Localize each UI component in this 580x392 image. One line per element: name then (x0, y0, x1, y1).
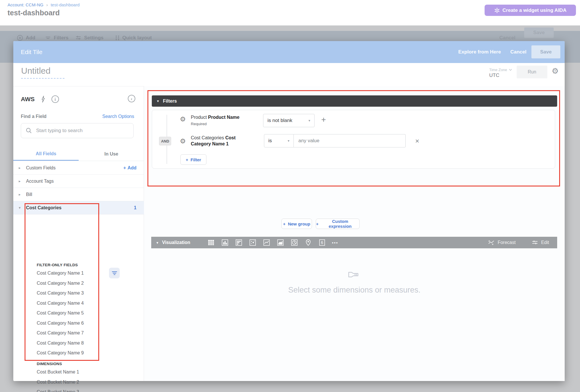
collapse-panel-icon[interactable]: ‹ (128, 95, 135, 102)
add-circle-icon (17, 35, 23, 41)
line-chart-icon[interactable] (263, 239, 270, 247)
create-widget-aida-button[interactable]: Create a widget using AIDA (485, 5, 576, 16)
aida-sparkle-icon (494, 8, 500, 13)
field-cost-bucket-2[interactable]: Cost Bucket Name 2 (37, 377, 79, 387)
field-cost-category-8[interactable]: Cost Category Name 8 (37, 338, 84, 348)
explore-main-area: ▾ Filters ⚙ ⚙ Product Product Name Requi… (144, 86, 565, 381)
sliders-icon (532, 240, 538, 245)
search-options-link[interactable]: Search Options (102, 114, 134, 119)
more-visualizations-icon[interactable]: ••• (332, 240, 338, 245)
field-cost-category-3[interactable]: Cost Category Name 3 (37, 288, 84, 298)
field-cost-category-1[interactable]: Cost Category Name 1 (37, 268, 84, 278)
tile-title-input[interactable]: Untitled (21, 66, 64, 79)
find-field-row: Find a Field Search Options (21, 114, 134, 119)
custom-expression-button[interactable]: + Custom expression (316, 219, 360, 229)
chevron-right-icon: ▸ (13, 166, 26, 170)
filter-value-input[interactable] (294, 134, 406, 147)
info-icon[interactable]: i (51, 95, 59, 103)
pie-chart-icon[interactable] (290, 239, 298, 247)
chevron-right-icon: ▸ (13, 192, 26, 197)
edit-visualization-button[interactable]: Edit (532, 240, 549, 245)
tab-in-use[interactable]: In Use (79, 147, 144, 161)
bar-chart-icon[interactable] (235, 239, 243, 247)
run-button[interactable]: Run (517, 66, 547, 78)
caret-down-icon: ▾ (309, 119, 310, 123)
edit-tile-modal: Edit Tile Explore from Here Cancel Save … (13, 41, 565, 381)
flashlight-icon (348, 270, 360, 278)
sliders-icon (75, 35, 82, 41)
add-filter-button[interactable]: + Filter (180, 154, 206, 165)
caret-down-icon: ▾ (156, 241, 158, 245)
visualization-section-header[interactable]: ▾ Visualization (151, 240, 190, 245)
dimensions-header: DIMENSIONS (37, 362, 62, 366)
breadcrumb-account-link[interactable]: Account: CCM-NG (8, 2, 43, 7)
area-chart-icon[interactable] (276, 239, 284, 247)
single-value-icon[interactable]: 6 (318, 239, 326, 247)
plus-icon: + (283, 221, 286, 226)
modal-header: Edit Tile Explore from Here Cancel Save (13, 41, 565, 63)
explore-from-here-button[interactable]: Explore from Here (458, 49, 501, 55)
group-account-tags[interactable]: ▸ Account Tags (13, 175, 144, 188)
toolbar-add: Add (17, 35, 35, 41)
page-title: test-dashboard (8, 9, 60, 17)
scatter-chart-icon[interactable] (249, 239, 256, 247)
timezone-control[interactable]: Time Zone UTC (489, 68, 512, 78)
field-cost-category-7[interactable]: Cost Category Name 7 (37, 328, 84, 338)
chevron-down-icon: ▾ (13, 206, 26, 210)
active-filter-toggle-button[interactable] (109, 268, 120, 278)
lightning-bolt-icon (41, 96, 45, 103)
filter-required-note: Required (191, 121, 249, 127)
remove-filter-icon[interactable]: × (415, 137, 419, 145)
screen: Account: CCM-NG › test-dashboard test-da… (0, 0, 580, 392)
forecast-sparkle-icon (488, 240, 495, 245)
visualization-type-picker: 6 ••• (207, 239, 338, 247)
table-chart-icon[interactable] (207, 239, 215, 247)
group-cost-categories[interactable]: ▾ Cost Categories 1 (13, 201, 144, 215)
filter-gear-icon[interactable]: ⚙ (180, 115, 186, 123)
find-field-label: Find a Field (21, 114, 47, 119)
modal-cancel-button[interactable]: Cancel (510, 49, 527, 55)
search-input[interactable] (36, 128, 123, 134)
forecast-button[interactable]: Forecast (488, 240, 516, 245)
breadcrumb-current-link[interactable]: test-dashboard (51, 2, 80, 7)
field-search-box[interactable] (21, 123, 134, 138)
group-custom-fields[interactable]: ▸ Custom Fields + Add (13, 161, 144, 175)
plus-icon: + (316, 221, 319, 226)
field-cost-bucket-3[interactable]: Cost Bucket Name 3 (37, 387, 79, 392)
field-cost-bucket-1[interactable]: Cost Bucket Name 1 (37, 367, 79, 377)
filter-and-connector[interactable]: AND (159, 137, 171, 145)
column-chart-icon[interactable] (221, 239, 229, 247)
field-tabs: All Fields In Use (13, 147, 144, 161)
filter-gear-icon[interactable]: ⚙ (180, 137, 186, 145)
filter-field-label: Cost Categories Cost Category Name 1 (191, 135, 241, 147)
caret-down-icon: ▾ (157, 99, 159, 103)
toolbar-save: Save (524, 27, 554, 38)
filter-operator-dropdown[interactable]: is ▾ (264, 134, 294, 147)
field-cost-category-4[interactable]: Cost Category Name 4 (37, 298, 84, 308)
group-bill[interactable]: ▸ Bill (13, 188, 144, 201)
field-cost-category-9[interactable]: Cost Category Name 9 (37, 348, 84, 358)
empty-visualization-message: Select some dimensions or measures. (144, 286, 565, 295)
chevron-right-icon: ▸ (13, 179, 26, 183)
toolbar-filters: Filters (45, 35, 69, 41)
filter-only-fields-header: FILTER-ONLY FIELDS (37, 263, 78, 267)
breadcrumb: Account: CCM-NG › test-dashboard (8, 2, 80, 7)
filters-section-header[interactable]: ▾ Filters (152, 95, 557, 107)
new-group-button[interactable]: + New group (281, 219, 312, 229)
add-custom-field-button[interactable]: + Add (123, 165, 136, 171)
add-filter-value-icon[interactable]: + (321, 115, 326, 124)
field-picker-sidebar: AWS i ‹ Find a Field Search Options All … (13, 86, 144, 381)
modal-save-button[interactable]: Save (531, 45, 560, 58)
field-cost-category-2[interactable]: Cost Category Name 2 (37, 278, 84, 289)
explore-settings-gear-icon[interactable]: ⚙ (552, 66, 559, 76)
filter-operator-dropdown[interactable]: is not blank ▾ (263, 114, 315, 127)
toolbar-quick-layout: Quick layout (115, 35, 152, 41)
field-cost-category-6[interactable]: Cost Category Name 6 (37, 318, 84, 328)
map-chart-icon[interactable] (304, 239, 312, 247)
drag-grid-icon (115, 35, 120, 41)
tab-all-fields[interactable]: All Fields (13, 147, 79, 161)
breadcrumb-separator: › (46, 2, 48, 7)
in-use-count-badge: 1 (134, 205, 136, 210)
filter-only-field-list: Cost Category Name 1 Cost Category Name … (37, 268, 84, 358)
field-cost-category-5[interactable]: Cost Category Name 5 (37, 308, 84, 318)
